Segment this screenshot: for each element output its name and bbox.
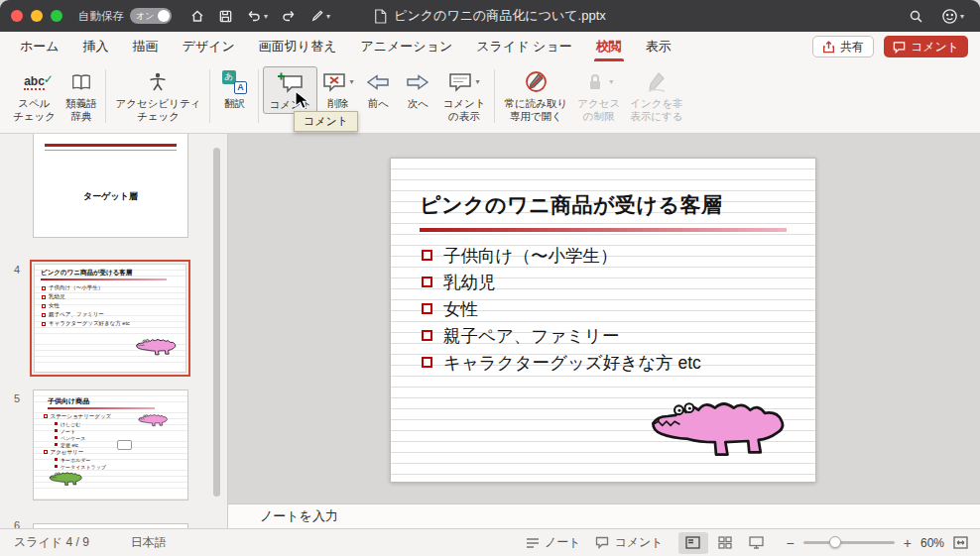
notes-toggle[interactable]: ノート [526,534,581,551]
minimize-window-button[interactable] [31,10,43,22]
delete-comment-button[interactable]: ▾ 削除 [317,66,358,112]
comments-button-label: コメント [911,39,959,56]
slide-counter: スライド 4 / 9 [14,534,89,551]
thumb3-title: ターゲット層 [34,190,187,203]
chevron-down-icon[interactable]: ▾ [264,12,268,21]
ribbon-button-label: インクを非 表示にする [630,97,682,123]
window-title: ピンクのワニの商品化について.pptx [374,0,606,32]
close-window-button[interactable] [11,10,23,22]
slide-title-underline [420,228,787,232]
chevron-down-icon[interactable]: ▾ [349,77,353,86]
comments-pane-button[interactable]: コメント [884,36,968,57]
chevron-down-icon[interactable]: ▾ [326,12,330,21]
sidebar-scrollbar[interactable] [213,148,220,497]
share-icon [822,41,835,54]
bullet-square-icon [42,286,46,290]
bullet-square-icon [42,304,46,308]
accessibility-check-button[interactable]: アクセシビリティ チェック [110,66,205,125]
save-icon[interactable] [218,9,233,24]
zoom-level[interactable]: 60% [920,536,944,550]
undo-button[interactable]: ▾ [246,8,268,24]
tab-design[interactable]: デザイン [171,32,247,61]
fit-slide-icon[interactable] [953,536,968,549]
chevron-down-icon[interactable]: ▾ [475,77,479,86]
zoom-out-icon[interactable]: − [787,536,795,550]
bullet-text: ペンケース [61,435,85,441]
bullet-text: アクセサリー [51,449,84,456]
show-comments-button[interactable]: ▾ コメント の表示 [437,66,490,125]
tab-draw[interactable]: 描画 [121,32,171,61]
notes-pane[interactable]: ノートを入力 [228,503,980,528]
tab-transitions[interactable]: 画面切り替え [247,32,349,61]
slideshow-view-button[interactable] [742,532,772,554]
thesaurus-button[interactable]: 類義語 辞典 [61,66,102,125]
ribbon-button-label: コメント の表示 [442,97,485,123]
ribbon-group-separator [209,69,210,123]
slide-4-thumbnail-selected[interactable]: ピンクのワニ商品が受ける客層 子供向け（〜小学生） 乳幼児 女性 親子ペア、ファ… [30,260,190,377]
list-item: キャラクターグッズ好きな方 etc [422,349,701,376]
decorative-line [45,150,177,151]
spell-check-button[interactable]: abc✓ スペル チェック [8,66,61,125]
next-comment-button[interactable]: 次へ [398,66,437,112]
bullet-square-icon [55,436,58,439]
normal-view-button[interactable] [678,532,708,554]
spell-check-icon: abc✓ [24,74,45,90]
slide-5-thumbnail[interactable]: 子供向け商品 ステーショナリーグッズ けしごむ ノート ペンケース 定規 etc… [33,389,188,500]
autosave-toggle[interactable]: オン [130,8,172,24]
format-brush-button[interactable]: ▾ [309,9,330,24]
account-icon[interactable]: ▾ [941,8,964,25]
tab-animations[interactable]: アニメーション [348,32,464,61]
home-icon[interactable] [189,8,205,24]
bullet-square-icon [55,422,58,425]
slide-title[interactable]: ピンクのワニ商品が受ける客層 [420,191,722,219]
zoom-slider-knob[interactable] [829,536,841,548]
title-underline [48,407,155,409]
pink-crocodile-drawing [137,412,169,428]
bullet-text: 子供向け（〜小学生） [443,244,617,268]
ribbon-button-label: 次へ [408,97,429,110]
thumb4-bullets: 子供向け（〜小学生） 乳幼児 女性 親子ペア、ファミリー キャラクターグッズ好き… [42,283,130,328]
new-comment-button[interactable]: コメント [263,66,317,114]
current-slide[interactable]: ピンクのワニ商品が受ける客層 子供向け（〜小学生） 乳幼児 女性 親子ペア、ファ… [390,158,816,483]
search-icon[interactable] [909,9,923,24]
always-open-read-only-button[interactable]: 常に読み取り 専用で開く [499,66,572,125]
list-item: 乳幼児 [422,269,701,295]
redo-button[interactable] [281,8,297,24]
grid-view-button[interactable] [710,532,740,554]
pink-crocodile-drawing [134,336,178,359]
tab-home[interactable]: ホーム [8,32,71,61]
notes-placeholder[interactable]: ノートを入力 [260,507,338,525]
zoom-slider[interactable] [803,541,895,544]
ribbon-button-label: 翻訳 [224,97,245,110]
tab-review[interactable]: 校閲 [584,32,634,61]
comments-toggle[interactable]: コメント [595,534,663,551]
bullet-text: 乳幼児 [49,293,65,300]
tab-insert[interactable]: 挿入 [71,32,121,61]
bullet-text: キャラクターグッズ好きな方 etc [443,351,701,375]
list-item: 子供向け（〜小学生） [422,242,701,269]
slide-3-thumbnail[interactable]: ターゲット層 [33,134,188,238]
bullet-text: キャラクターグッズ好きな方 etc [49,320,130,327]
tab-view[interactable]: 表示 [634,32,683,61]
slide-bullet-list[interactable]: 子供向け（〜小学生） 乳幼児 女性 親子ペア、ファミリー キャラクターグッズ好き… [422,242,701,376]
bullet-text: 女性 [443,297,478,321]
language-indicator[interactable]: 日本語 [131,534,167,551]
previous-comment-button[interactable]: 前へ [358,66,398,112]
document-icon [374,9,387,24]
zoom-window-button[interactable] [51,10,62,22]
translate-button[interactable]: あ A 翻訳 [214,66,254,112]
bullet-square-icon [44,414,48,418]
decorative-line [45,144,177,147]
zoom-in-icon[interactable]: + [904,536,912,550]
chevron-down-icon[interactable]: ▾ [960,12,964,21]
share-button[interactable]: 共有 [812,36,874,57]
bullet-text: けしごむ [61,421,80,427]
title-underline [41,278,167,280]
tab-slideshow[interactable]: スライド ショー [464,32,583,61]
bullet-square-icon [55,429,58,432]
bullet-square-icon [44,450,48,454]
ribbon-group-separator [258,69,259,123]
autosave-control: 自動保存 オン [78,8,172,24]
bullet-square-icon [422,250,432,261]
pink-crocodile-drawing[interactable] [645,392,790,467]
